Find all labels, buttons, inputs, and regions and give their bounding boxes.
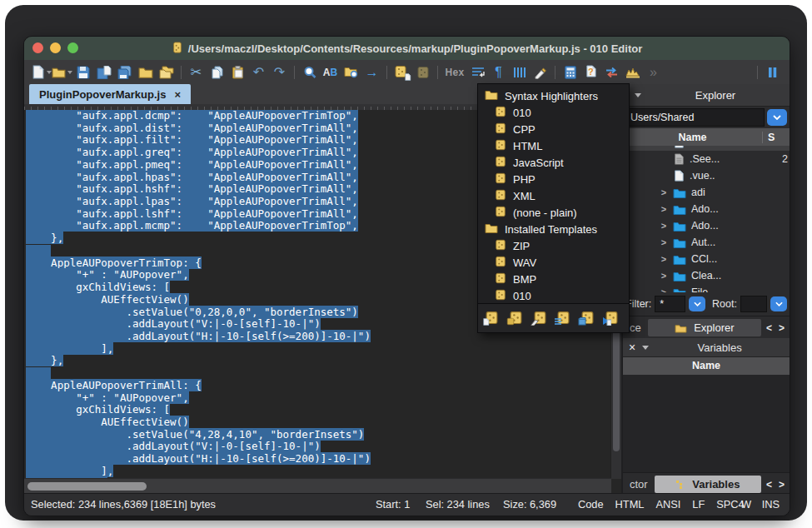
open-folder-icon[interactable]	[135, 62, 156, 82]
menu-item-cpp[interactable]: CPP	[478, 121, 629, 137]
status-flag-spc4[interactable]: SPC4	[716, 498, 744, 511]
find-icon[interactable]	[299, 62, 320, 82]
tab-explorer[interactable]: Explorer	[648, 319, 761, 336]
status-flag-lf[interactable]: LF	[692, 498, 705, 511]
tab-variables[interactable]: Variables	[655, 476, 761, 493]
menu-item-xml[interactable]: XML	[478, 187, 629, 204]
compare-files-icon[interactable]	[601, 62, 622, 82]
new-template-icon[interactable]	[484, 309, 502, 327]
calculator-icon[interactable]	[560, 62, 580, 82]
filter-dropdown-button[interactable]	[689, 296, 705, 311]
column-mode-icon[interactable]	[509, 62, 530, 82]
explorer-menu-icon[interactable]	[635, 93, 641, 97]
minimize-window-button[interactable]	[50, 42, 61, 53]
file-row-aut[interactable]: >Aut...	[623, 234, 790, 251]
run-template-icon[interactable]	[605, 309, 623, 327]
menu-item-html[interactable]: HTML	[478, 137, 629, 154]
histogram-icon[interactable]	[622, 62, 643, 82]
run-template-icon[interactable]	[412, 62, 433, 82]
word-wrap-icon[interactable]	[467, 62, 488, 82]
menu-section-syntax-highlighters[interactable]: Syntax Highlighters	[478, 87, 629, 104]
menu-item-zip[interactable]: ZIP	[478, 237, 629, 254]
status-flag-code[interactable]: Code	[578, 498, 604, 511]
expand-chevron-icon[interactable]: >	[660, 204, 668, 214]
cut-icon[interactable]: ✂	[186, 62, 207, 82]
mid-tab-next-button[interactable]: >	[779, 322, 785, 334]
status-wrap-indicator[interactable]: W	[741, 498, 751, 511]
explorer-path-input[interactable]: Users/Shared	[625, 108, 765, 127]
more-tools-icon[interactable]: »	[643, 62, 664, 82]
expand-chevron-icon[interactable]: >	[660, 271, 668, 281]
filter-input[interactable]: *	[655, 296, 685, 312]
show-whitespace-icon[interactable]: ¶	[488, 62, 509, 82]
root-dropdown-button[interactable]	[770, 296, 787, 311]
bottom-tab-next-button[interactable]: >	[779, 479, 785, 491]
save-as-icon[interactable]	[93, 62, 114, 82]
file-row-see[interactable]: .See...2	[623, 151, 790, 167]
menu-item-javascript[interactable]: JavaScript	[478, 154, 629, 171]
save-icon[interactable]	[72, 62, 93, 82]
file-row-ado[interactable]: >Ado...	[623, 217, 790, 234]
file-row-clea[interactable]: >Clea...	[623, 267, 790, 284]
highlight-icon[interactable]	[530, 62, 550, 82]
run-script-icon[interactable]	[391, 62, 412, 82]
replace-icon[interactable]: AB	[320, 62, 341, 82]
undo-icon[interactable]: ↶	[248, 62, 269, 82]
status-insert-mode[interactable]: INS	[762, 498, 780, 511]
root-input[interactable]	[740, 296, 767, 312]
tab-inspector-partial[interactable]: ctor	[623, 478, 655, 491]
file-row-file[interactable]: >File	[623, 284, 790, 292]
menu-item-bmp[interactable]: BMP	[478, 271, 629, 287]
column-size-header[interactable]: S	[762, 132, 790, 143]
close-window-button[interactable]	[32, 42, 43, 53]
save-all-icon[interactable]	[114, 62, 135, 82]
horizontal-scrollbar-thumb[interactable]	[27, 482, 147, 491]
goto-icon[interactable]: →	[361, 62, 382, 82]
open-file-icon[interactable]	[52, 62, 72, 82]
paste-icon[interactable]	[227, 62, 248, 82]
menu-item-010[interactable]: 010	[478, 104, 629, 121]
menu-item-010[interactable]: 010	[478, 287, 629, 304]
explorer-path-dropdown-button[interactable]	[767, 109, 787, 126]
edit-template-icon[interactable]	[532, 309, 550, 327]
variables-close-icon[interactable]: ×	[629, 341, 635, 353]
zoom-window-button[interactable]	[67, 42, 78, 53]
expand-chevron-icon[interactable]: >	[660, 254, 668, 264]
menu-section-installed-templates[interactable]: Installed Templates	[478, 221, 629, 237]
file-row-ado[interactable]: >Ado...	[623, 201, 790, 217]
tab-variables-label: Variables	[692, 478, 740, 491]
variables-column-header[interactable]: Name	[623, 357, 790, 375]
bottom-tab-prev-button[interactable]: <	[766, 479, 772, 491]
pause-icon[interactable]	[762, 62, 783, 82]
expand-chevron-icon[interactable]: >	[660, 221, 668, 231]
screenshot-root: /Users/maczl/Desktop/Contents/Resources/…	[0, 0, 812, 528]
menu-item--none-plain-[interactable]: (none - plain)	[478, 204, 629, 221]
find-in-files-icon[interactable]	[341, 62, 361, 82]
template-list-icon[interactable]	[556, 309, 575, 327]
file-properties-icon[interactable]: ?	[580, 62, 601, 82]
copy-icon[interactable]	[207, 62, 227, 82]
explorer-column-header[interactable]: Name S	[623, 128, 790, 147]
template-package-icon[interactable]	[580, 309, 599, 327]
open-template-icon[interactable]	[508, 309, 526, 327]
column-name-header[interactable]: Name	[623, 132, 762, 143]
file-row-adi[interactable]: >adi	[623, 184, 790, 201]
expand-chevron-icon[interactable]: >	[660, 187, 668, 197]
file-name: Aut...	[691, 237, 715, 248]
expand-chevron-icon[interactable]: >	[660, 237, 668, 247]
menu-item-php[interactable]: PHP	[478, 171, 629, 187]
menu-item-wav[interactable]: WAV	[478, 254, 629, 271]
file-row-vue[interactable]: .vue..	[623, 167, 790, 184]
new-file-icon[interactable]	[31, 62, 52, 82]
open-recent-icon[interactable]	[156, 62, 177, 82]
hex-view-icon[interactable]: Hex	[442, 62, 467, 82]
status-flag-html[interactable]: HTML	[615, 498, 645, 511]
variables-menu-icon[interactable]	[642, 346, 649, 350]
status-flag-ansi[interactable]: ANSI	[655, 498, 680, 511]
tab-close-icon[interactable]: ×	[174, 88, 181, 101]
file-row-ccl[interactable]: >CCl...	[623, 251, 790, 267]
redo-icon[interactable]: ↷	[269, 62, 290, 82]
tab-pluginpopovermarkup[interactable]: PluginPopoverMarkup.js ×	[29, 84, 191, 104]
horizontal-scrollbar[interactable]	[24, 478, 611, 494]
mid-tab-prev-button[interactable]: <	[766, 322, 772, 334]
